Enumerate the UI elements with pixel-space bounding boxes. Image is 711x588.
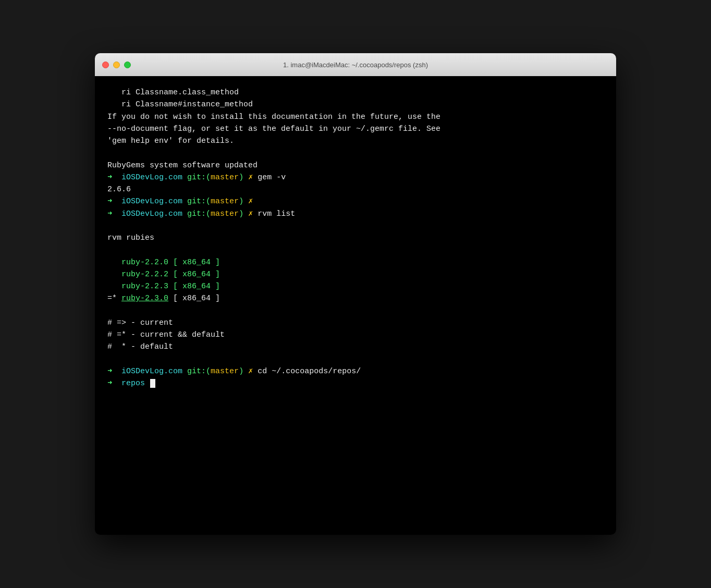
line-12 — [107, 220, 604, 232]
line-comment-3: # * - default — [107, 341, 604, 353]
line-ruby-220: ruby-2.2.0 [ x86_64 ] — [107, 256, 604, 268]
line-ruby-222: ruby-2.2.2 [ x86_64 ] — [107, 268, 604, 280]
line-comment-1: # => - current — [107, 317, 604, 329]
prompt-line-11: ➜ iOSDevLog.com git:(master) ✗ rvm list — [107, 208, 604, 220]
line-9: 2.6.6 — [107, 183, 604, 195]
line-19 — [107, 305, 604, 317]
line-14 — [107, 244, 604, 256]
maximize-button[interactable] — [124, 62, 131, 68]
line-13: rvm rubies — [107, 232, 604, 244]
line-comment-2: # =* - current && default — [107, 329, 604, 341]
cursor — [150, 379, 155, 388]
traffic-lights — [102, 62, 131, 68]
line-7: RubyGems system software updated — [107, 160, 604, 172]
minimize-button[interactable] — [113, 62, 120, 68]
close-button[interactable] — [102, 62, 109, 68]
terminal-body: ri Classname.class_method ri Classname#i… — [95, 76, 616, 535]
line-2: ri Classname#instance_method — [107, 99, 604, 111]
window-title: 1. imac@iMacdeiMac: ~/.cocoapods/repos (… — [283, 61, 428, 69]
line-ruby-223: ruby-2.2.3 [ x86_64 ] — [107, 280, 604, 292]
line-4: --no-document flag, or set it as the def… — [107, 123, 604, 135]
prompt-line-10: ➜ iOSDevLog.com git:(master) ✗ — [107, 195, 604, 207]
prompt-line-25: ➜ repos — [107, 377, 604, 389]
line-ruby-230: =* ruby-2.3.0 [ x86_64 ] — [107, 292, 604, 304]
titlebar: 1. imac@iMacdeiMac: ~/.cocoapods/repos (… — [95, 53, 616, 76]
prompt-line-24: ➜ iOSDevLog.com git:(master) ✗ cd ~/.coc… — [107, 365, 604, 377]
line-6 — [107, 147, 604, 159]
line-3: If you do not wish to install this docum… — [107, 111, 604, 123]
line-1: ri Classname.class_method — [107, 87, 604, 99]
line-23 — [107, 353, 604, 365]
line-5: 'gem help env' for details. — [107, 135, 604, 147]
prompt-line-8: ➜ iOSDevLog.com git:(master) ✗ gem -v — [107, 172, 604, 183]
terminal-window: 1. imac@iMacdeiMac: ~/.cocoapods/repos (… — [95, 53, 616, 535]
